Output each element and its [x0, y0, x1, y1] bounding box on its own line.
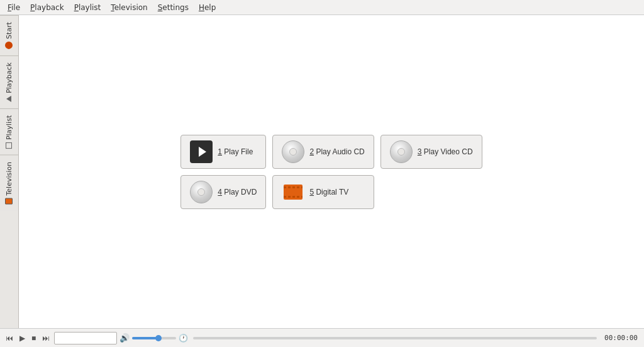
menubar: File Playback Playlist Television Settin… — [0, 0, 644, 15]
seek-bar[interactable] — [193, 337, 597, 339]
sidebar-tab-start[interactable]: Start — [0, 15, 18, 55]
menu-settings[interactable]: Settings — [153, 2, 194, 13]
audio-cd-icon — [282, 140, 304, 163]
sidebar-tab-television[interactable]: Television — [0, 155, 18, 211]
dvd-icon — [190, 181, 213, 203]
prev-button[interactable]: ⏮ — [4, 333, 15, 343]
main-area: Start Playback Playlist Television 1 Pla… — [0, 15, 644, 328]
play-video-cd-label: 3 Play Video CD — [418, 147, 473, 156]
sidebar-tab-playback[interactable]: Playback — [0, 55, 18, 108]
play-audio-cd-label: 2 Play Audio CD — [309, 147, 364, 156]
circle-red-icon — [6, 42, 13, 49]
play-dvd-button[interactable]: 4 Play DVD — [180, 175, 266, 209]
play-icon-ctrl: ▶ — [19, 334, 25, 342]
next-icon: ⏭ — [42, 334, 50, 342]
play-file-icon — [190, 140, 213, 163]
sidebar-label-start: Start — [5, 22, 13, 39]
play-dvd-label: 4 Play DVD — [218, 188, 257, 196]
play-icon — [7, 96, 12, 102]
play-audio-cd-button[interactable]: 2 Play Audio CD — [272, 135, 374, 169]
sidebar-label-television: Television — [5, 162, 13, 196]
volume-handle — [155, 335, 162, 341]
volume-slider-container — [132, 337, 176, 339]
digital-tv-button[interactable]: 5 Digital TV — [272, 175, 374, 209]
time-display: 00:00:00 — [602, 334, 640, 342]
play-button[interactable]: ▶ — [18, 333, 27, 343]
digital-tv-label: 5 Digital TV — [309, 188, 348, 196]
stop-icon: ■ — [31, 334, 36, 342]
tv-icon — [6, 198, 13, 205]
stop-button[interactable]: ■ — [30, 333, 38, 343]
controls-bar: ⏮ ▶ ■ ⏭ 🔊 🕐 00:00:00 — [0, 328, 644, 347]
content-area: 1 Play File 2 Play Audio CD 3 Play Video… — [19, 15, 644, 328]
menu-playlist[interactable]: Playlist — [69, 2, 106, 13]
volume-slider[interactable] — [132, 337, 176, 339]
grid-icon — [6, 142, 13, 149]
digital-tv-icon — [282, 181, 304, 203]
next-button[interactable]: ⏭ — [40, 333, 52, 343]
media-button-grid: 1 Play File 2 Play Audio CD 3 Play Video… — [180, 135, 482, 209]
sidebar: Start Playback Playlist Television — [0, 15, 19, 328]
menu-help[interactable]: Help — [194, 2, 221, 13]
sidebar-label-playlist: Playlist — [5, 115, 13, 140]
menu-file[interactable]: File — [3, 2, 25, 13]
play-file-label: 1 Play File — [218, 147, 253, 156]
play-file-button[interactable]: 1 Play File — [180, 135, 266, 169]
film-strip — [284, 185, 303, 200]
sidebar-label-playback: Playback — [5, 62, 13, 93]
menu-television[interactable]: Television — [106, 2, 152, 13]
menu-playback[interactable]: Playback — [25, 2, 69, 13]
video-cd-icon — [390, 140, 413, 163]
sidebar-tab-playlist[interactable]: Playlist — [0, 108, 18, 155]
title-input[interactable] — [54, 332, 117, 344]
volume-icon[interactable]: 🔊 — [119, 333, 130, 343]
play-video-cd-button[interactable]: 3 Play Video CD — [380, 135, 482, 169]
clock-icon: 🕐 — [179, 334, 188, 343]
prev-icon: ⏮ — [6, 334, 13, 342]
